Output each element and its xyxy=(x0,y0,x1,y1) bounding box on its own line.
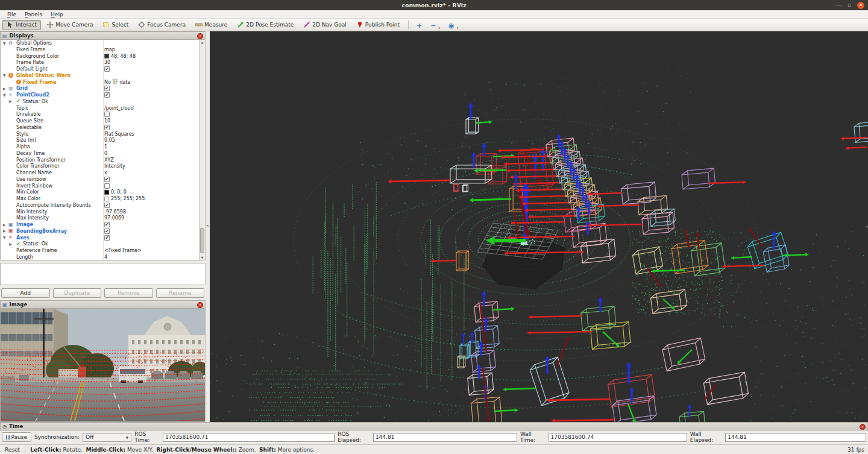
displays-panel-header[interactable]: ▤ Displays • xyxy=(0,31,206,40)
expander-open-icon[interactable]: ▼ xyxy=(3,73,6,77)
menu-item-help[interactable]: Help xyxy=(46,11,68,17)
checkbox-checked[interactable]: ✔ xyxy=(104,66,110,72)
interact-button[interactable]: Interact xyxy=(2,20,41,30)
property-value[interactable]: 1 xyxy=(104,144,107,150)
expander-open-icon[interactable]: ▼ xyxy=(3,235,6,239)
zoom-out-button[interactable]: −▾ xyxy=(427,20,444,30)
close-button[interactable]: ✕ xyxy=(857,2,864,9)
expander-open-icon[interactable]: ▼ xyxy=(3,93,6,97)
checkbox-checked[interactable]: ✔ xyxy=(104,92,110,98)
property-value[interactable]: Flat Squares xyxy=(104,131,134,137)
rename-button[interactable]: Rename xyxy=(156,288,205,298)
expander-closed-icon[interactable]: ▶ xyxy=(9,242,12,246)
time-field-input-1[interactable] xyxy=(373,433,517,442)
nav-goal-button[interactable]: 2D Nav Goal xyxy=(299,20,350,30)
checkbox-checked[interactable]: ✔ xyxy=(104,177,110,182)
select-button[interactable]: Select xyxy=(98,20,133,30)
property-value[interactable]: ✔ xyxy=(104,222,110,227)
checkbox-unchecked[interactable] xyxy=(104,112,110,117)
status-help-value: Rotate. xyxy=(61,447,86,453)
pause-button[interactable]: Pause xyxy=(2,432,31,442)
property-value[interactable]: ✔ xyxy=(104,92,110,98)
checkbox-checked[interactable]: ✔ xyxy=(104,229,110,234)
displays-tree[interactable]: ▼⚙Global OptionsFixed FramemapBackground… xyxy=(0,40,206,260)
publish-point-button[interactable]: Publish Point xyxy=(352,20,404,30)
checkbox-checked[interactable]: ✔ xyxy=(104,203,110,208)
minimize-button[interactable]: — xyxy=(836,2,841,8)
property-value[interactable]: ✔ xyxy=(104,203,110,208)
displays-close-icon[interactable]: • xyxy=(197,33,203,39)
property-value[interactable]: x xyxy=(104,170,107,175)
reset-button[interactable]: Reset xyxy=(0,445,25,454)
measure-button[interactable]: Measure xyxy=(191,20,231,30)
property-value[interactable]: ✔ xyxy=(104,125,110,130)
title-bar[interactable]: common.rviz* - RViz — ▫ ✕ xyxy=(0,0,868,10)
checkbox-checked[interactable]: ✔ xyxy=(104,86,110,91)
property-value[interactable]: Intensity xyxy=(104,163,125,169)
image-close-icon[interactable]: • xyxy=(197,302,203,308)
time-panel-header[interactable]: ◷ Time • xyxy=(0,422,868,430)
value-text: 0 xyxy=(104,151,107,156)
time-field-input-2[interactable] xyxy=(549,433,687,442)
sync-select[interactable]: Off ▼ xyxy=(83,433,131,442)
property-value[interactable]: 97.0069 xyxy=(104,215,124,221)
time-close-icon[interactable]: • xyxy=(860,424,866,430)
property-value[interactable]: 30 xyxy=(104,60,110,65)
property-value[interactable]: <Fixed Frame> xyxy=(104,248,142,253)
property-value[interactable]: ✔ xyxy=(104,235,110,241)
focus-view-button[interactable]: ◉▾ xyxy=(445,20,462,30)
cloud-icon: ✳ xyxy=(8,92,13,98)
expander-closed-icon[interactable]: ▶ xyxy=(9,99,12,103)
value-text: 0.05 xyxy=(104,137,115,143)
scroll-up-icon[interactable]: ▲ xyxy=(200,40,205,44)
property-value[interactable]: XYZ xyxy=(104,157,114,163)
property-value[interactable]: 10 xyxy=(104,118,110,124)
move-camera-button[interactable]: Move Camera xyxy=(42,20,97,30)
checkbox-checked[interactable]: ✔ xyxy=(104,125,110,130)
add-button[interactable]: Add xyxy=(1,288,50,298)
remove-button[interactable]: Remove xyxy=(104,288,153,298)
property-value[interactable]: 0 xyxy=(104,151,107,156)
property-value[interactable]: 255; 255; 255 xyxy=(104,196,145,201)
splitter-collapse-icon[interactable]: ◂ xyxy=(206,223,209,228)
panel-splitter[interactable]: ◂ xyxy=(206,31,210,422)
property-value[interactable]: /point_cloud xyxy=(104,106,134,111)
expander-closed-icon[interactable]: ▶ xyxy=(3,86,6,90)
3d-scene-canvas[interactable] xyxy=(210,31,868,422)
expander-closed-icon[interactable]: ▶ xyxy=(3,222,6,227)
image-panel-header[interactable]: ▣ Image • xyxy=(0,300,206,309)
property-value[interactable] xyxy=(104,183,110,189)
property-value[interactable]: ✔ xyxy=(104,66,110,72)
menu-item-panels[interactable]: Panels xyxy=(20,11,46,17)
zoom-in-button[interactable]: + xyxy=(413,20,426,30)
pose-estimate-button[interactable]: 2D Pose Estimate xyxy=(233,20,298,30)
checkbox-checked[interactable]: ✔ xyxy=(104,222,110,227)
time-field-input-3[interactable] xyxy=(725,433,866,442)
scroll-down-icon[interactable]: ▼ xyxy=(200,256,205,259)
property-value[interactable]: No TF data xyxy=(104,80,130,85)
property-value[interactable]: 0; 0; 0 xyxy=(104,189,127,195)
time-field-input-0[interactable] xyxy=(163,433,335,442)
property-value[interactable]: ✔ xyxy=(104,177,110,182)
property-value[interactable]: ✔ xyxy=(104,86,110,91)
displays-panel: ▤ Displays • ▼⚙Global OptionsFixed Frame… xyxy=(0,31,206,298)
scroll-thumb[interactable] xyxy=(200,228,204,253)
expander-closed-icon[interactable]: ▶ xyxy=(3,229,6,233)
maximize-button[interactable]: ▫ xyxy=(848,2,851,8)
property-value[interactable]: map xyxy=(104,47,115,52)
menu-item-file[interactable]: File xyxy=(3,11,20,17)
3d-viewport[interactable]: ◂ xyxy=(210,31,868,422)
checkbox-checked[interactable]: ✔ xyxy=(104,235,110,241)
property-value[interactable]: 0.05 xyxy=(104,137,115,143)
expander-open-icon[interactable]: ▼ xyxy=(3,41,6,45)
property-value[interactable]: -97.6598 xyxy=(104,209,126,215)
displays-scrollbar[interactable]: ▲▼ xyxy=(199,40,205,260)
checkbox-unchecked[interactable] xyxy=(104,183,110,189)
property-value[interactable]: 4 xyxy=(104,254,107,260)
property-value[interactable]: ✔ xyxy=(104,229,110,234)
property-value[interactable]: 48; 48; 48 xyxy=(104,54,136,59)
right-collapse-icon[interactable]: ◂ xyxy=(865,224,867,229)
duplicate-button[interactable]: Duplicate xyxy=(53,288,102,298)
focus-camera-button[interactable]: Focus Camera xyxy=(134,20,190,30)
property-value[interactable] xyxy=(104,112,110,117)
